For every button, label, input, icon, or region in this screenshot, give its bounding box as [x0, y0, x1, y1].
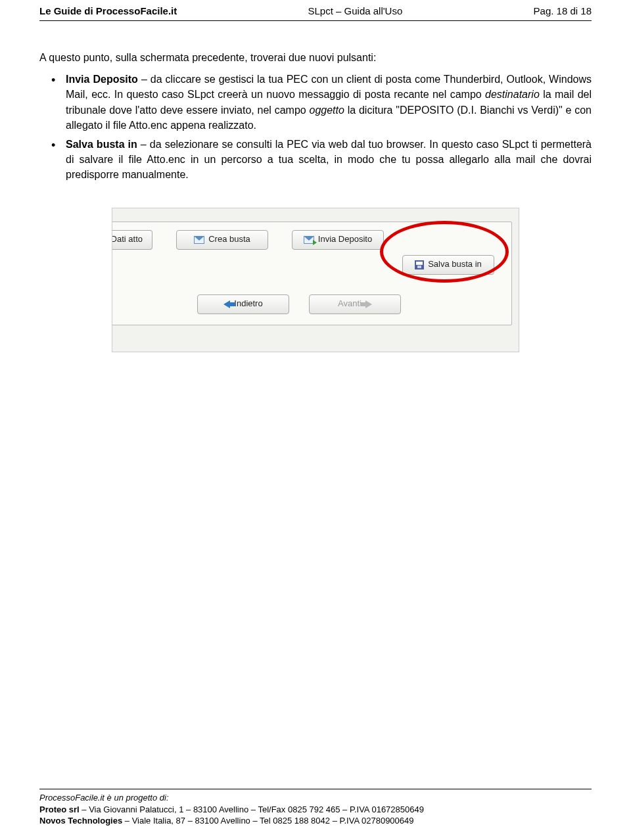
- footer-line2: Novos Technologies – Viale Italia, 87 – …: [39, 815, 592, 827]
- app-panel: Dati atto Crea busta Invia Deposito Salv…: [112, 222, 512, 325]
- indietro-label: Indietro: [234, 298, 262, 310]
- button-row-nav: Indietro Avanti: [112, 294, 511, 314]
- footer-company-2: Novos Technologies: [39, 816, 122, 826]
- floppy-disk-icon: [415, 260, 424, 269]
- envelope-send-icon: [304, 236, 314, 244]
- bullet2-sep: –: [137, 139, 150, 150]
- button-row-top: Dati atto Crea busta Invia Deposito: [112, 230, 511, 250]
- arrow-left-icon: [223, 300, 230, 308]
- main-content: A questo punto, sulla schermata preceden…: [0, 21, 631, 352]
- salva-busta-label: Salva busta in: [428, 258, 482, 271]
- indietro-button[interactable]: Indietro: [197, 294, 289, 314]
- bullet-list: Invia Deposito – da cliccare se gestisci…: [39, 72, 592, 182]
- arrow-right-icon: [365, 300, 372, 308]
- bullet1-sep: –: [138, 74, 151, 85]
- crea-busta-button[interactable]: Crea busta: [176, 230, 268, 250]
- dati-atto-label: Dati atto: [112, 233, 143, 246]
- salva-busta-button[interactable]: Salva busta in: [402, 255, 494, 275]
- dati-atto-button[interactable]: Dati atto: [112, 230, 152, 250]
- intro-text: A questo punto, sulla schermata preceden…: [39, 50, 592, 65]
- bullet1-italic1: destinatario: [485, 89, 540, 100]
- footer-lead: ProcessoFacile.it è un progetto di:: [39, 792, 592, 804]
- button-row-mid: Salva busta in: [402, 255, 494, 275]
- page-footer: ProcessoFacile.it è un progetto di: Prot…: [39, 789, 592, 827]
- footer-company-1: Proteo srl: [39, 805, 80, 814]
- envelope-icon: [194, 236, 204, 244]
- invia-deposito-label: Invia Deposito: [318, 233, 372, 246]
- bullet-salva-busta: Salva busta in – da selezionare se consu…: [66, 137, 592, 183]
- bullet1-lead: Invia Deposito: [66, 74, 138, 85]
- bullet2-lead: Salva busta in: [66, 139, 137, 150]
- header-right: Pag. 18 di 18: [534, 5, 592, 16]
- header-left: Le Guide di ProcessoFacile.it: [39, 5, 177, 16]
- page-header: Le Guide di ProcessoFacile.it SLpct – Gu…: [0, 0, 631, 19]
- avanti-button[interactable]: Avanti: [309, 294, 401, 314]
- bullet-invia-deposito: Invia Deposito – da cliccare se gestisci…: [66, 72, 592, 133]
- footer-line1: Proteo srl – Via Giovanni Palatucci, 1 –…: [39, 804, 592, 816]
- footer-rest-1: – Via Giovanni Palatucci, 1 – 83100 Avel…: [80, 805, 424, 814]
- bullet1-italic2: oggetto: [310, 105, 344, 116]
- app-screenshot: Dati atto Crea busta Invia Deposito Salv…: [112, 208, 519, 352]
- header-center: SLpct – Guida all'Uso: [308, 5, 403, 16]
- footer-rule: [39, 789, 592, 789]
- footer-rest-2: – Viale Italia, 87 – 83100 Avellino – Te…: [122, 816, 413, 826]
- crea-busta-label: Crea busta: [208, 233, 250, 246]
- avanti-label: Avanti: [338, 298, 362, 310]
- invia-deposito-button[interactable]: Invia Deposito: [292, 230, 384, 250]
